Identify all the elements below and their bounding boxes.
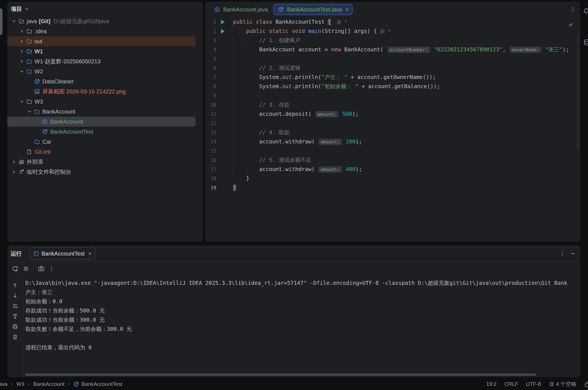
tree-item-java-root[interactable]: java[Git]D:\超级无敌git\Git\java bbox=[7, 16, 203, 26]
tree-item-screenshot-png[interactable]: 屏幕截图 2026-03-16 214222.png bbox=[7, 86, 203, 97]
status-bar: javaW3BankAccountCBankAccountTest 19:2 C… bbox=[0, 378, 588, 390]
code-lines: 1public class BankAccountTest { 新 *2 pub… bbox=[205, 17, 580, 192]
run-tab-label: BankAccountTest bbox=[42, 251, 85, 257]
tree-item-out[interactable]: out bbox=[7, 36, 196, 46]
scroll-to-end-icon[interactable] bbox=[12, 313, 18, 319]
editor-tab-label: BankAccount.java bbox=[223, 6, 268, 13]
code-line-17: 17 account.withdraw( amount: 400); bbox=[205, 165, 580, 174]
chevron-right-icon[interactable] bbox=[19, 59, 24, 64]
tree-item-external-libraries[interactable]: 外部库 bbox=[7, 157, 203, 167]
code-line-6: 6 // 2. 测试逻辑 bbox=[205, 63, 580, 73]
tree-item-car[interactable]: Car bbox=[7, 137, 203, 147]
breadcrumb-item[interactable]: BankAccountTest bbox=[81, 381, 122, 387]
tree-item-scratches[interactable]: 临时文件和控制台 bbox=[7, 167, 203, 177]
indent-setting[interactable]: 4 个空格 bbox=[549, 381, 576, 388]
chevron-right-icon[interactable] bbox=[19, 29, 24, 34]
chevron-down-icon[interactable] bbox=[19, 69, 24, 74]
chevron-right-icon[interactable] bbox=[11, 169, 16, 174]
breadcrumb-item[interactable]: java bbox=[0, 381, 8, 387]
close-icon[interactable]: × bbox=[345, 6, 349, 13]
code-line-7: 7 System.out.println("户主： " + account.ge… bbox=[205, 73, 580, 82]
code-line-9: 9 bbox=[205, 91, 580, 100]
svg-text:C: C bbox=[216, 8, 218, 11]
tree-item-bankaccount-folder[interactable]: BankAccount bbox=[7, 107, 203, 117]
tree-item-bankaccount-class[interactable]: CBankAccount bbox=[7, 117, 196, 127]
chevron-right-icon bbox=[67, 382, 71, 386]
close-icon[interactable]: × bbox=[88, 250, 92, 257]
folder-blue-icon bbox=[33, 109, 41, 114]
tree-item-label: W2 bbox=[35, 68, 43, 75]
print-icon[interactable] bbox=[12, 324, 18, 330]
tree-item-datacleaner[interactable]: CDataCleaner bbox=[7, 76, 203, 86]
line-ending[interactable]: CRLF bbox=[504, 381, 518, 387]
tree-item-git-iml[interactable]: Git.iml bbox=[7, 147, 203, 157]
chevron-right-icon[interactable] bbox=[19, 39, 24, 44]
run-tab[interactable]: BankAccountTest × bbox=[30, 247, 96, 260]
run-panel-body: D:\Java\bin\java.exe "-javaagent:D:\IDEA… bbox=[7, 276, 580, 373]
down-stack-trace-icon[interactable] bbox=[12, 293, 18, 299]
project-panel: 项目 java[Git]D:\超级无敌git\Git\java.ideaoutW… bbox=[7, 2, 203, 242]
run-line-icon[interactable] bbox=[221, 20, 225, 24]
tree-item-label: 屏幕截图 2026-03-16 214222.png bbox=[42, 88, 126, 95]
caret-position[interactable]: 19:2 bbox=[486, 381, 497, 387]
chevron-right-icon[interactable] bbox=[11, 159, 16, 164]
tree-item-w1-zhaoyinghui[interactable]: W1-赵盈辉-202506050213 bbox=[7, 56, 203, 66]
folder-blue-icon bbox=[26, 69, 33, 74]
line-number: 11 bbox=[205, 111, 216, 117]
code-line-3: 3 // 1. 创建账户 bbox=[205, 36, 580, 45]
editor-tab-bankaccount-java[interactable]: CBankAccount.java bbox=[210, 4, 272, 15]
chevron-down-icon[interactable] bbox=[24, 6, 29, 11]
console-hscrollbar[interactable] bbox=[25, 374, 536, 376]
screenshot-icon[interactable] bbox=[38, 265, 45, 272]
up-stack-trace-icon[interactable] bbox=[12, 282, 18, 288]
rerun-icon[interactable] bbox=[12, 265, 18, 272]
notifications-bell-icon[interactable] bbox=[583, 8, 588, 15]
line-number: 10 bbox=[205, 102, 216, 108]
breadcrumb-item[interactable]: W3 bbox=[16, 381, 25, 387]
chevron-right-icon[interactable] bbox=[19, 49, 24, 54]
stop-icon[interactable] bbox=[23, 265, 29, 272]
line-number: 4 bbox=[205, 47, 216, 52]
tree-item-bankaccounttest-class[interactable]: CBankAccountTest bbox=[7, 127, 203, 137]
more-icon[interactable] bbox=[560, 251, 565, 256]
run-line-icon[interactable] bbox=[221, 29, 225, 33]
tree-item-label: 外部库 bbox=[27, 158, 43, 166]
tree-item-w2[interactable]: W2 bbox=[7, 66, 203, 76]
editor-tab-bankaccounttest-java[interactable]: CBankAccountTest.java× bbox=[273, 4, 353, 15]
class-icon: C bbox=[41, 119, 48, 124]
clear-console-icon[interactable] bbox=[12, 334, 18, 340]
line-number: 13 bbox=[205, 130, 216, 135]
run-configuration-icon bbox=[33, 251, 39, 256]
more-icon[interactable] bbox=[570, 7, 576, 12]
chevron-down-icon[interactable] bbox=[11, 19, 16, 24]
folder-module-icon bbox=[26, 49, 33, 54]
tree-item-label: W1 bbox=[35, 48, 43, 55]
tree-item-idea[interactable]: .idea bbox=[7, 26, 203, 36]
breadcrumb-item[interactable]: BankAccount bbox=[33, 381, 64, 387]
soft-wrap-icon[interactable] bbox=[12, 303, 18, 309]
chevron-down-icon[interactable] bbox=[19, 99, 24, 104]
project-toolwindow-button[interactable] bbox=[0, 8, 3, 35]
console-line: 取款失败！余额不足，当前余额：300.0 元 bbox=[25, 324, 580, 334]
project-panel-header: 项目 bbox=[7, 2, 203, 16]
code-editor[interactable]: 1public class BankAccountTest { 新 *2 pub… bbox=[205, 17, 580, 242]
editor-tabs: CBankAccount.javaCBankAccountTest.java× bbox=[210, 4, 353, 15]
class-run-icon: C bbox=[41, 129, 48, 134]
toolbar-divider bbox=[33, 265, 34, 272]
line-number: 8 bbox=[205, 84, 216, 89]
more-icon[interactable] bbox=[49, 266, 54, 271]
tree-item-w3[interactable]: W3 bbox=[7, 97, 203, 107]
line-number: 6 bbox=[205, 65, 216, 71]
code-line-1: 1public class BankAccountTest { 新 * bbox=[205, 17, 580, 27]
tree-item-label: DataCleaner bbox=[42, 78, 74, 85]
line-number: 19 bbox=[205, 185, 216, 191]
console-output[interactable]: D:\Java\bin\java.exe "-javaagent:D:\IDEA… bbox=[23, 276, 580, 373]
code-line-13: 13 // 4. 取款 bbox=[205, 128, 580, 137]
chevron-down-icon[interactable] bbox=[27, 109, 32, 114]
class-icon: C bbox=[213, 7, 221, 12]
tree-item-w1[interactable]: W1 bbox=[7, 46, 203, 56]
line-number: 18 bbox=[205, 176, 216, 181]
database-icon[interactable] bbox=[583, 39, 588, 46]
encoding[interactable]: UTF-8 bbox=[526, 381, 541, 387]
minimize-icon[interactable] bbox=[570, 251, 576, 256]
